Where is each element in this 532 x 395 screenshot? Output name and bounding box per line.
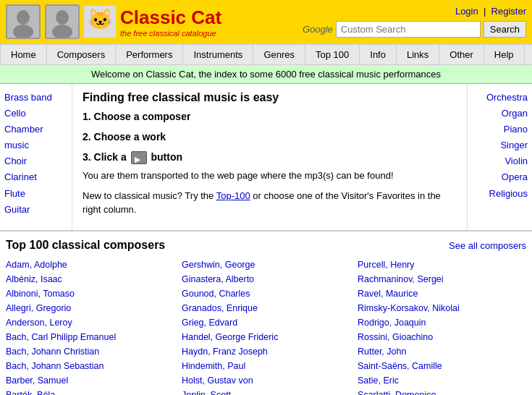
left-sidebar-item[interactable]: Clarinet (4, 169, 67, 185)
composers-heading: Top 100 classical composers (6, 239, 165, 252)
left-sidebar-item[interactable]: Flute (4, 186, 67, 202)
step3: 3. Click a button (83, 149, 457, 166)
google-label: Google (303, 24, 333, 35)
composer-link[interactable]: Anderson, Leroy (6, 315, 174, 330)
right-sidebar: OrchestraOrganPianoSingerViolinOperaReli… (467, 84, 532, 230)
nav-item-top-100[interactable]: Top 100 (305, 45, 360, 64)
composer-link[interactable]: Albinoni, Tomaso (6, 286, 174, 301)
composer-link[interactable]: Bach, Carl Philipp Emanuel (6, 330, 174, 344)
composers-col3: Purcell, HenryRachmaninov, SergeiRavel, … (358, 258, 526, 395)
composer-link[interactable]: Rimsky-Korsakov, Nikolai (358, 301, 526, 315)
composers-section: Top 100 classical composers See all comp… (0, 230, 532, 395)
left-sidebar-item[interactable]: Choir (4, 153, 67, 169)
composer-link[interactable]: Joplin, Scott (182, 388, 350, 395)
composer-link[interactable]: Granados, Enrique (182, 301, 350, 315)
search-bar: Google Search (303, 21, 526, 38)
composer-link[interactable]: Albéniz, Isaac (6, 272, 174, 286)
desc-text: You are them transported to the web page… (83, 169, 457, 183)
composer-link[interactable]: Bach, Johann Sebastian (6, 359, 174, 373)
composer-link[interactable]: Bartók, Béla (6, 388, 174, 395)
intro-heading: Finding free classical music is easy (83, 91, 457, 104)
site-subtitle: the free classical catalogue (120, 29, 221, 38)
right-sidebar-item[interactable]: Religious (472, 186, 528, 202)
site-name: Classic Cat (120, 7, 221, 29)
composer-link[interactable]: Ginastera, Alberto (182, 272, 350, 286)
left-sidebar-item[interactable]: Guitar (4, 202, 67, 218)
nav-item-home[interactable]: Home (0, 45, 47, 64)
composer-link[interactable]: Rossini, Gioachino (358, 330, 526, 344)
nav-item-genres[interactable]: Genres (253, 45, 305, 64)
right-sidebar-item[interactable]: Singer (472, 137, 528, 153)
site-title: Classic Cat the free classical catalogue (120, 7, 221, 38)
composer-link[interactable]: Gershwin, George (182, 258, 350, 272)
nav-item-help[interactable]: Help (484, 45, 525, 64)
right-sidebar-item[interactable]: Orchestra (472, 90, 528, 106)
composers-grid: Adam, AdolpheAlbéniz, IsaacAlbinoni, Tom… (6, 258, 526, 395)
composer-link[interactable]: Satie, Eric (358, 373, 526, 388)
right-sidebar-item[interactable]: Violin (472, 153, 528, 169)
nav-item-other[interactable]: Other (439, 45, 484, 64)
header-right: Login | Register Google Search (303, 6, 526, 38)
left-sidebar-item[interactable]: Brass band (4, 90, 67, 106)
svg-point-4 (56, 10, 69, 25)
composers-col2: Gershwin, GeorgeGinastera, AlbertoGounod… (182, 258, 350, 395)
search-button[interactable]: Search (484, 21, 526, 38)
nav-item-links[interactable]: Links (397, 45, 439, 64)
see-all-composers-link[interactable]: See all composers (449, 240, 526, 251)
svg-text:🐱: 🐱 (88, 7, 113, 31)
composer-link[interactable]: Bach, Johann Christian (6, 344, 174, 359)
nav-item-instruments[interactable]: Instruments (183, 45, 253, 64)
nav-item-performers[interactable]: Performers (116, 45, 183, 64)
step2: 2. Choose a work (83, 129, 457, 146)
right-sidebar-item[interactable]: Piano (472, 122, 528, 137)
composer-link[interactable]: Allegri, Gregorio (6, 301, 174, 315)
composer-link[interactable]: Rutter, John (358, 344, 526, 359)
left-sidebar: Brass bandCelloChamber musicChoirClarine… (0, 84, 72, 230)
composer-link[interactable]: Hindemith, Paul (182, 359, 350, 373)
composers-col1: Adam, AdolpheAlbéniz, IsaacAlbinoni, Tom… (6, 258, 174, 395)
composer-link[interactable]: Holst, Gustav von (182, 373, 350, 388)
top100-link[interactable]: Top-100 (216, 190, 250, 201)
composer-link[interactable]: Purcell, Henry (358, 258, 526, 272)
composer-link[interactable]: Saint-Saëns, Camille (358, 359, 526, 373)
composer-link[interactable]: Gounod, Charles (182, 286, 350, 301)
login-link[interactable]: Login (455, 6, 478, 17)
logo-portrait1 (6, 4, 41, 39)
search-input[interactable] (336, 21, 481, 38)
center-content: Finding free classical music is easy 1. … (72, 84, 467, 230)
composer-link[interactable]: Ravel, Maurice (358, 286, 526, 301)
nav: HomeComposersPerformersInstrumentsGenres… (0, 45, 532, 65)
composer-link[interactable]: Handel, George Frideric (182, 330, 350, 344)
auth-separator: | (484, 6, 486, 17)
new-user-text: New to classical music? Try the Top-100 … (83, 189, 457, 217)
auth-links: Login | Register (455, 6, 526, 17)
register-link[interactable]: Register (491, 6, 526, 17)
composer-link[interactable]: Barber, Samuel (6, 373, 174, 388)
composer-link[interactable]: Adam, Adolphe (6, 258, 174, 272)
play-icon (131, 151, 147, 164)
header: 🐱 Classic Cat the free classical catalog… (0, 0, 532, 45)
composer-link[interactable]: Rachmaninov, Sergei (358, 272, 526, 286)
nav-item-composers[interactable]: Composers (47, 45, 116, 64)
composer-link[interactable]: Scarlatti, Domenico (358, 388, 526, 395)
welcome-bar: Welcome on Classic Cat, the index to som… (0, 65, 532, 84)
composer-link[interactable]: Rodrigo, Joaquin (358, 315, 526, 330)
composer-link[interactable]: Grieg, Edvard (182, 315, 350, 330)
logo-area: 🐱 Classic Cat the free classical catalog… (6, 4, 221, 39)
welcome-text: Welcome on Classic Cat, the index to som… (91, 69, 441, 80)
svg-point-1 (17, 10, 30, 25)
main-content: Brass bandCelloChamber musicChoirClarine… (0, 84, 532, 230)
left-sidebar-item[interactable]: Chamber music (4, 122, 67, 153)
left-sidebar-item[interactable]: Cello (4, 106, 67, 122)
step1: 1. Choose a composer (83, 109, 457, 126)
logo-cat: 🐱 (84, 6, 116, 38)
composer-link[interactable]: Haydn, Franz Joseph (182, 344, 350, 359)
nav-item-info[interactable]: Info (360, 45, 397, 64)
logo-portrait2 (45, 4, 80, 39)
right-sidebar-item[interactable]: Organ (472, 106, 528, 122)
right-sidebar-item[interactable]: Opera (472, 169, 528, 185)
composers-header: Top 100 classical composers See all comp… (6, 239, 526, 252)
